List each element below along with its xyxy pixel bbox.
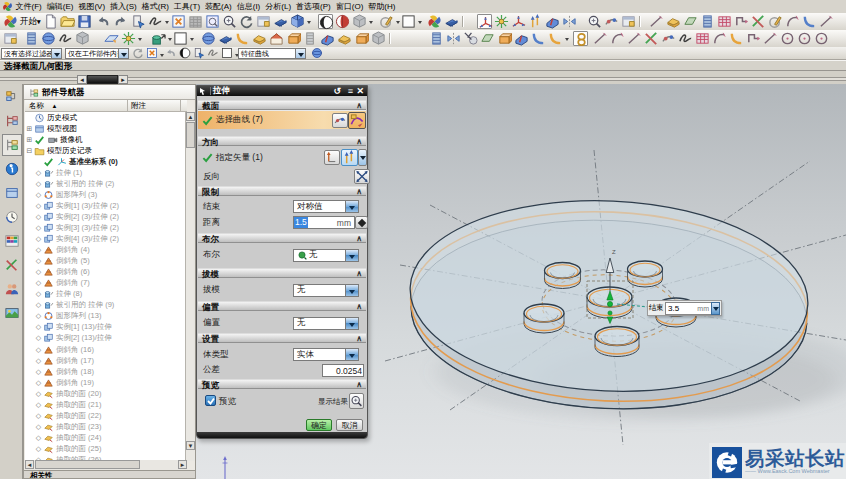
svg-text:Z: Z bbox=[612, 249, 616, 255]
